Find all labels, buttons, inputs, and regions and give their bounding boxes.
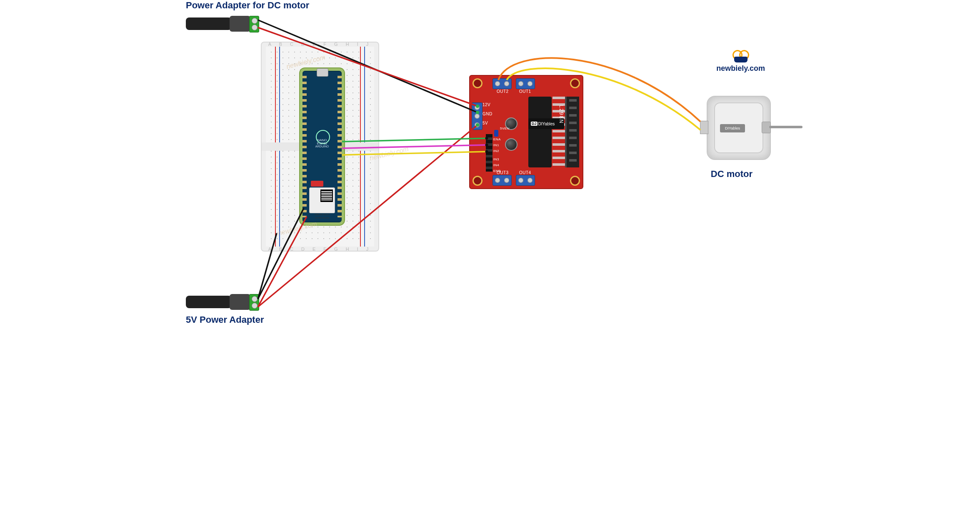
wire-magenta-in1 [342,145,487,148]
wire-top-red-12v [258,27,478,106]
svg-point-0 [476,105,479,108]
wiring-diagram: Power Adapter for DC motor 5V Power Adap… [178,0,802,333]
svg-point-4 [485,144,488,147]
wire-orange-out1 [498,58,700,122]
wire-green-ena [342,138,487,142]
svg-point-5 [485,150,488,153]
wire-bot-red-to-arduino-vin [258,217,307,307]
svg-point-1 [476,111,479,114]
svg-point-2 [476,123,479,127]
wire-yellow-in2 [342,152,487,155]
wire-bot-black-to-arduino-gnd [258,208,304,299]
svg-point-3 [485,137,488,140]
wires-layer [178,0,802,333]
